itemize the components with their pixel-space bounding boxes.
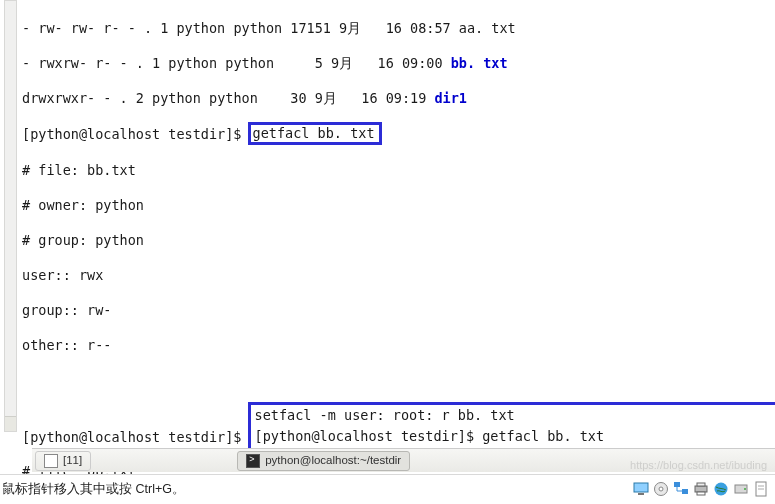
drive-icon[interactable]: [733, 481, 749, 497]
taskbar-label: python@localhost:~/testdir: [265, 453, 401, 468]
acl-line: group:: rw-: [22, 302, 773, 320]
highlight-cmd-block: setfacl -m user: root: r bb. txt [python…: [248, 402, 775, 451]
ls-line: - rwxrw- r- - . 1 python python 5 9月 16 …: [22, 55, 773, 73]
terminal-icon: [246, 454, 260, 468]
svg-rect-1: [638, 493, 644, 495]
document-icon[interactable]: [753, 481, 769, 497]
svg-rect-7: [697, 483, 705, 486]
svg-rect-0: [634, 483, 648, 492]
network-icon[interactable]: [673, 481, 689, 497]
acl-line: # file: bb.txt: [22, 162, 773, 180]
taskbar-label: [11]: [63, 453, 82, 468]
svg-point-11: [744, 488, 746, 490]
prompt-line: [python@localhost testdir]$ getfacl bb. …: [22, 125, 773, 145]
taskbar-item-sheet[interactable]: [11]: [35, 451, 91, 471]
system-tray: [633, 474, 769, 504]
monitor-icon[interactable]: [633, 481, 649, 497]
svg-rect-8: [697, 492, 705, 495]
acl-line: user:: rwx: [22, 267, 773, 285]
hint-text: 鼠标指针移入其中或按 Ctrl+G。: [2, 481, 185, 497]
acl-line: other:: r--: [22, 337, 773, 355]
file-bb: bb. txt: [451, 55, 508, 71]
highlight-cmd-getfacl1: getfacl bb. txt: [248, 122, 382, 146]
svg-point-3: [659, 487, 663, 491]
watermark-text: https://blog.csdn.net/ibuding: [630, 458, 767, 472]
dir-dir1: dir1: [434, 90, 467, 106]
taskbar-item-terminal[interactable]: python@localhost:~/testdir: [237, 451, 410, 471]
acl-line: # owner: python: [22, 197, 773, 215]
ls-line: drwxrwxr- - . 2 python python 30 9月 16 0…: [22, 90, 773, 108]
svg-rect-4: [674, 482, 680, 487]
blank-line: [22, 372, 773, 390]
svg-rect-6: [695, 486, 707, 492]
document-icon: [44, 454, 58, 468]
ls-line: - rw- rw- r- - . 1 python python 17151 9…: [22, 20, 773, 38]
printer-icon[interactable]: [693, 481, 709, 497]
terminal-output: - rw- rw- r- - . 1 python python 17151 9…: [0, 0, 775, 504]
disc-icon[interactable]: [653, 481, 669, 497]
acl-line: # group: python: [22, 232, 773, 250]
prompt-line: [python@localhost testdir]$ setfacl -m u…: [22, 408, 773, 446]
globe-icon[interactable]: [713, 481, 729, 497]
